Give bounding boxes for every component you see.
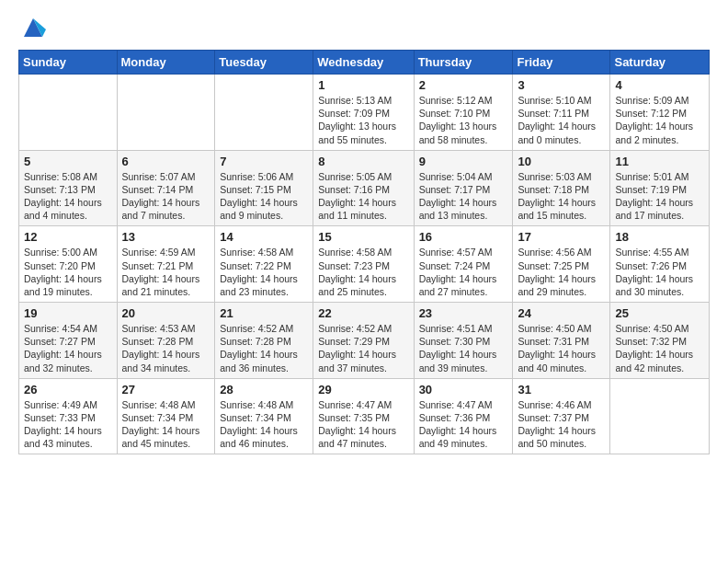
- day-number: 20: [122, 306, 210, 320]
- day-number: 11: [615, 155, 704, 168]
- day-number: 16: [419, 230, 508, 244]
- calendar-cell: 2Sunrise: 5:12 AM Sunset: 7:10 PM Daylig…: [414, 75, 513, 151]
- day-info: Sunrise: 5:05 AM Sunset: 7:16 PM Dayligh…: [318, 170, 408, 223]
- calendar-cell: 17Sunrise: 4:56 AM Sunset: 7:25 PM Dayli…: [513, 226, 610, 303]
- calendar-cell: 7Sunrise: 5:06 AM Sunset: 7:15 PM Daylig…: [215, 150, 313, 226]
- day-info: Sunrise: 4:47 AM Sunset: 7:35 PM Dayligh…: [318, 398, 408, 451]
- calendar-cell: 21Sunrise: 4:52 AM Sunset: 7:28 PM Dayli…: [215, 303, 313, 379]
- calendar-cell: 12Sunrise: 5:00 AM Sunset: 7:20 PM Dayli…: [19, 226, 118, 303]
- calendar-header: SundayMondayTuesdayWednesdayThursdayFrid…: [19, 51, 710, 75]
- day-info: Sunrise: 4:58 AM Sunset: 7:22 PM Dayligh…: [220, 246, 308, 298]
- calendar-cell: [19, 75, 118, 151]
- day-number: 6: [122, 155, 210, 168]
- day-number: 21: [220, 306, 308, 320]
- day-info: Sunrise: 5:06 AM Sunset: 7:15 PM Dayligh…: [220, 170, 308, 223]
- calendar-cell: [117, 75, 215, 151]
- day-info: Sunrise: 4:48 AM Sunset: 7:34 PM Dayligh…: [122, 398, 210, 451]
- calendar-week-1: 1Sunrise: 5:13 AM Sunset: 7:09 PM Daylig…: [19, 75, 710, 151]
- weekday-header-row: SundayMondayTuesdayWednesdayThursdayFrid…: [19, 51, 710, 75]
- day-number: 7: [220, 155, 308, 168]
- day-number: 26: [24, 383, 112, 396]
- calendar-cell: 6Sunrise: 5:07 AM Sunset: 7:14 PM Daylig…: [117, 150, 215, 226]
- day-info: Sunrise: 5:04 AM Sunset: 7:17 PM Dayligh…: [419, 170, 508, 223]
- day-number: 28: [220, 383, 308, 396]
- calendar-cell: 30Sunrise: 4:47 AM Sunset: 7:36 PM Dayli…: [414, 378, 513, 454]
- calendar-cell: 22Sunrise: 4:52 AM Sunset: 7:29 PM Dayli…: [313, 303, 414, 379]
- day-number: 14: [220, 230, 308, 244]
- weekday-saturday: Saturday: [610, 51, 710, 75]
- day-number: 1: [318, 78, 408, 92]
- day-info: Sunrise: 5:09 AM Sunset: 7:12 PM Dayligh…: [615, 94, 704, 146]
- calendar-cell: 5Sunrise: 5:08 AM Sunset: 7:13 PM Daylig…: [19, 150, 118, 226]
- calendar-cell: 31Sunrise: 4:46 AM Sunset: 7:37 PM Dayli…: [513, 378, 610, 454]
- calendar-cell: 23Sunrise: 4:51 AM Sunset: 7:30 PM Dayli…: [414, 303, 513, 379]
- weekday-friday: Friday: [513, 51, 610, 75]
- day-number: 10: [518, 155, 605, 168]
- day-number: 17: [518, 230, 605, 244]
- day-number: 5: [24, 155, 112, 168]
- day-number: 3: [518, 78, 605, 92]
- day-info: Sunrise: 4:46 AM Sunset: 7:37 PM Dayligh…: [518, 398, 605, 451]
- day-info: Sunrise: 5:07 AM Sunset: 7:14 PM Dayligh…: [122, 170, 210, 223]
- calendar-cell: 24Sunrise: 4:50 AM Sunset: 7:31 PM Dayli…: [513, 303, 610, 379]
- day-info: Sunrise: 4:48 AM Sunset: 7:34 PM Dayligh…: [220, 398, 308, 451]
- day-number: 15: [318, 230, 408, 244]
- weekday-monday: Monday: [117, 51, 215, 75]
- day-number: 22: [318, 306, 408, 320]
- day-number: 31: [518, 383, 605, 396]
- calendar-week-3: 12Sunrise: 5:00 AM Sunset: 7:20 PM Dayli…: [19, 226, 710, 303]
- calendar-cell: 14Sunrise: 4:58 AM Sunset: 7:22 PM Dayli…: [215, 226, 313, 303]
- day-info: Sunrise: 4:50 AM Sunset: 7:31 PM Dayligh…: [518, 322, 605, 374]
- header: [18, 15, 710, 40]
- calendar-cell: 28Sunrise: 4:48 AM Sunset: 7:34 PM Dayli…: [215, 378, 313, 454]
- day-info: Sunrise: 5:13 AM Sunset: 7:09 PM Dayligh…: [318, 94, 408, 146]
- calendar-cell: [215, 75, 313, 151]
- calendar-cell: 9Sunrise: 5:04 AM Sunset: 7:17 PM Daylig…: [414, 150, 513, 226]
- calendar-week-5: 26Sunrise: 4:49 AM Sunset: 7:33 PM Dayli…: [19, 378, 710, 454]
- calendar-cell: 29Sunrise: 4:47 AM Sunset: 7:35 PM Dayli…: [313, 378, 414, 454]
- day-info: Sunrise: 4:54 AM Sunset: 7:27 PM Dayligh…: [24, 322, 112, 374]
- calendar-cell: 1Sunrise: 5:13 AM Sunset: 7:09 PM Daylig…: [313, 75, 414, 151]
- logo: [18, 15, 46, 40]
- day-number: 4: [615, 78, 704, 92]
- calendar-cell: 13Sunrise: 4:59 AM Sunset: 7:21 PM Dayli…: [117, 226, 215, 303]
- day-info: Sunrise: 4:56 AM Sunset: 7:25 PM Dayligh…: [518, 246, 605, 298]
- calendar-week-4: 19Sunrise: 4:54 AM Sunset: 7:27 PM Dayli…: [19, 303, 710, 379]
- calendar-body: 1Sunrise: 5:13 AM Sunset: 7:09 PM Daylig…: [19, 75, 710, 454]
- weekday-tuesday: Tuesday: [215, 51, 313, 75]
- day-number: 12: [24, 230, 112, 244]
- day-number: 18: [615, 230, 704, 244]
- day-number: 25: [615, 306, 704, 320]
- day-number: 24: [518, 306, 605, 320]
- calendar-cell: [610, 378, 710, 454]
- day-info: Sunrise: 5:00 AM Sunset: 7:20 PM Dayligh…: [24, 246, 112, 298]
- weekday-wednesday: Wednesday: [313, 51, 414, 75]
- day-info: Sunrise: 4:51 AM Sunset: 7:30 PM Dayligh…: [419, 322, 508, 374]
- day-info: Sunrise: 4:47 AM Sunset: 7:36 PM Dayligh…: [419, 398, 508, 451]
- calendar-cell: 3Sunrise: 5:10 AM Sunset: 7:11 PM Daylig…: [513, 75, 610, 151]
- day-info: Sunrise: 4:53 AM Sunset: 7:28 PM Dayligh…: [122, 322, 210, 374]
- calendar-cell: 20Sunrise: 4:53 AM Sunset: 7:28 PM Dayli…: [117, 303, 215, 379]
- day-info: Sunrise: 5:03 AM Sunset: 7:18 PM Dayligh…: [518, 170, 605, 223]
- weekday-sunday: Sunday: [19, 51, 118, 75]
- calendar-cell: 25Sunrise: 4:50 AM Sunset: 7:32 PM Dayli…: [610, 303, 710, 379]
- day-info: Sunrise: 4:52 AM Sunset: 7:28 PM Dayligh…: [220, 322, 308, 374]
- day-number: 2: [419, 78, 508, 92]
- day-number: 27: [122, 383, 210, 396]
- calendar-cell: 18Sunrise: 4:55 AM Sunset: 7:26 PM Dayli…: [610, 226, 710, 303]
- day-info: Sunrise: 4:50 AM Sunset: 7:32 PM Dayligh…: [615, 322, 704, 374]
- calendar-cell: 8Sunrise: 5:05 AM Sunset: 7:16 PM Daylig…: [313, 150, 414, 226]
- calendar-cell: 16Sunrise: 4:57 AM Sunset: 7:24 PM Dayli…: [414, 226, 513, 303]
- day-number: 19: [24, 306, 112, 320]
- day-info: Sunrise: 4:49 AM Sunset: 7:33 PM Dayligh…: [24, 398, 112, 451]
- calendar-cell: 19Sunrise: 4:54 AM Sunset: 7:27 PM Dayli…: [19, 303, 118, 379]
- day-number: 29: [318, 383, 408, 396]
- calendar-week-2: 5Sunrise: 5:08 AM Sunset: 7:13 PM Daylig…: [19, 150, 710, 226]
- day-info: Sunrise: 4:55 AM Sunset: 7:26 PM Dayligh…: [615, 246, 704, 298]
- page: SundayMondayTuesdayWednesdayThursdayFrid…: [0, 0, 728, 563]
- logo-icon: [20, 15, 46, 40]
- day-number: 23: [419, 306, 508, 320]
- day-info: Sunrise: 5:08 AM Sunset: 7:13 PM Dayligh…: [24, 170, 112, 223]
- day-info: Sunrise: 4:57 AM Sunset: 7:24 PM Dayligh…: [419, 246, 508, 298]
- day-info: Sunrise: 4:59 AM Sunset: 7:21 PM Dayligh…: [122, 246, 210, 298]
